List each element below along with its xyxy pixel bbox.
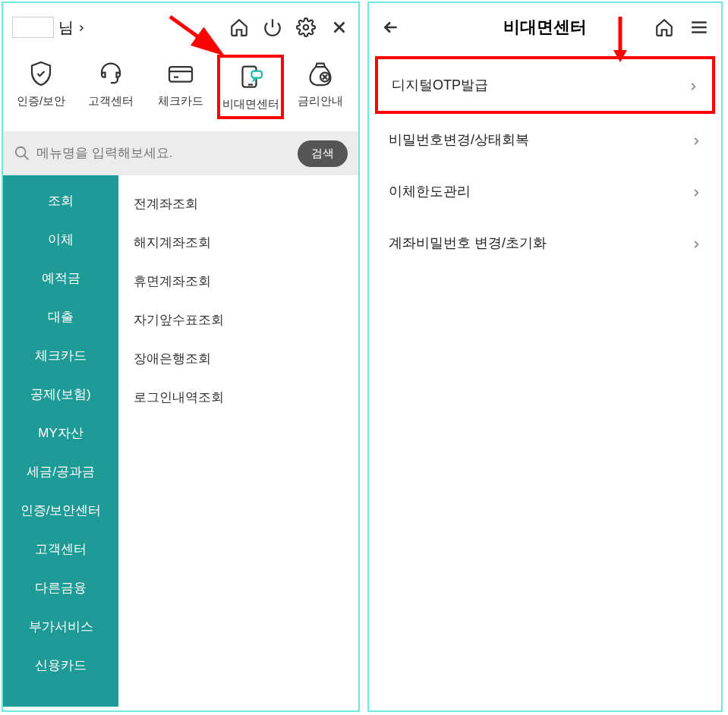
sidebar-item[interactable]: 세금/공과금	[3, 452, 118, 491]
menu-icon[interactable]	[689, 17, 709, 37]
gear-icon[interactable]	[296, 17, 316, 37]
content-row: 조회 이체 예적금 대출 체크카드 공제(보험) MY자산 세금/공과금 인증/…	[3, 175, 358, 707]
user-name-field	[12, 17, 54, 38]
right-screen: 비대면센터 디지털OTP발급 비밀번호변경/상태회복	[367, 2, 723, 712]
sidebar-item[interactable]: 다른금융	[3, 569, 118, 607]
page-title: 비대면센터	[503, 16, 587, 39]
svg-rect-3	[252, 71, 263, 78]
device-chat-icon	[236, 62, 265, 91]
shortcut-noncontact[interactable]: 비대면센터	[217, 55, 284, 119]
left-screen: 님 인증/보안	[2, 2, 360, 712]
sidebar-item[interactable]: MY자산	[3, 414, 118, 452]
submenu-list: 전계좌조회 해지계좌조회 휴면계좌조회 자기앞수표조회 장애은행조회 로그인내역…	[118, 175, 358, 707]
submenu-item[interactable]: 장애은행조회	[118, 339, 358, 378]
user-label[interactable]: 님	[12, 17, 86, 38]
list-item-digital-otp[interactable]: 디지털OTP발급	[375, 56, 715, 114]
home-icon[interactable]	[654, 17, 674, 37]
chevron-right-icon	[691, 186, 701, 197]
sidebar-item[interactable]: 공제(보험)	[3, 375, 118, 414]
list-item-account-password[interactable]: 계좌비밀번호 변경/초기화	[375, 217, 715, 269]
list-item-transfer-limit[interactable]: 이체한도관리	[375, 165, 715, 217]
shortcut-card[interactable]: 체크카드	[147, 55, 214, 119]
shortcut-label: 체크카드	[158, 94, 203, 109]
back-icon[interactable]	[381, 17, 401, 37]
header-icons	[229, 17, 349, 37]
category-sidebar: 조회 이체 예적금 대출 체크카드 공제(보험) MY자산 세금/공과금 인증/…	[3, 175, 118, 707]
shortcut-label: 인증/보안	[17, 94, 65, 109]
user-suffix: 님	[58, 17, 74, 38]
sidebar-item[interactable]: 이체	[3, 220, 118, 259]
sidebar-item[interactable]: 예적금	[3, 259, 118, 298]
submenu-item[interactable]: 로그인내역조회	[118, 378, 358, 417]
home-icon[interactable]	[229, 17, 249, 37]
header-row: 님	[3, 3, 358, 49]
shortcut-auth[interactable]: 인증/보안	[8, 55, 74, 119]
shortcut-cs[interactable]: 고객센터	[77, 55, 144, 119]
search-icon	[14, 145, 30, 162]
option-list: 디지털OTP발급 비밀번호변경/상태회복 이체한도관리 계좌비밀번호 변경/초기…	[369, 52, 721, 273]
money-bag-icon	[306, 59, 335, 88]
sidebar-item[interactable]: 고객센터	[3, 530, 118, 569]
chevron-right-icon	[77, 19, 86, 36]
shortcut-label: 고객센터	[88, 94, 134, 109]
sidebar-item[interactable]: 부가서비스	[3, 607, 118, 646]
list-item-label: 디지털OTP발급	[392, 76, 488, 94]
close-icon[interactable]	[329, 17, 349, 37]
submenu-item[interactable]: 휴면계좌조회	[118, 262, 358, 301]
title-bar-left	[381, 17, 442, 37]
list-item-label: 비밀번호변경/상태회복	[389, 131, 529, 149]
list-item-label: 이체한도관리	[389, 182, 471, 200]
shortcut-label: 비대면센터	[222, 97, 279, 112]
sidebar-item[interactable]: 대출	[3, 298, 118, 336]
sidebar-item[interactable]: 인증/보안센터	[3, 491, 118, 530]
list-item-password[interactable]: 비밀번호변경/상태회복	[375, 114, 715, 165]
list-item-label: 계좌비밀번호 변경/초기화	[389, 234, 547, 252]
chevron-right-icon	[691, 134, 701, 145]
svg-point-5	[16, 147, 26, 157]
title-bar-right	[654, 17, 709, 37]
chevron-right-icon	[688, 80, 698, 90]
submenu-item[interactable]: 자기앞수표조회	[118, 301, 358, 339]
svg-rect-1	[169, 67, 192, 82]
title-bar: 비대면센터	[369, 3, 721, 52]
submenu-item[interactable]: 해지계좌조회	[118, 223, 358, 262]
search-input[interactable]	[36, 146, 292, 161]
card-icon	[166, 59, 195, 88]
shield-check-icon	[27, 59, 55, 88]
sidebar-item[interactable]: 체크카드	[3, 336, 118, 375]
svg-point-0	[304, 25, 309, 30]
headset-icon	[96, 59, 125, 88]
sidebar-item[interactable]: 조회	[3, 181, 118, 220]
sidebar-item[interactable]: 신용카드	[3, 646, 118, 685]
submenu-item[interactable]: 전계좌조회	[118, 184, 358, 223]
chevron-right-icon	[691, 238, 701, 248]
shortcuts-row: 인증/보안 고객센터 체크카드 비대면센터 금리안내	[3, 49, 358, 131]
search-button[interactable]: 검색	[298, 140, 348, 167]
power-icon[interactable]	[263, 17, 282, 37]
search-bar: 검색	[3, 131, 358, 175]
shortcut-label: 금리안내	[298, 94, 343, 109]
shortcut-rates[interactable]: 금리안내	[287, 55, 354, 119]
